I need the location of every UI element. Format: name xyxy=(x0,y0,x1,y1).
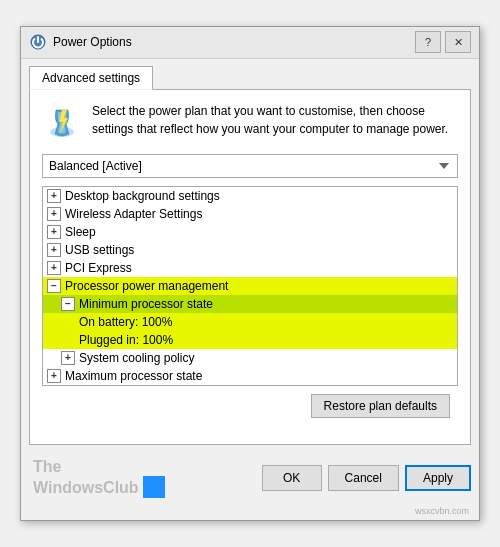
expand-icon-wireless[interactable]: + xyxy=(47,207,61,221)
help-button[interactable]: ? xyxy=(415,31,441,53)
tree-item-cooling[interactable]: + System cooling policy xyxy=(43,349,457,367)
tree-label-min-proc: Minimum processor state xyxy=(79,297,213,311)
description-text: Select the power plan that you want to c… xyxy=(92,102,458,138)
footer: The WindowsClub OK Cancel Apply xyxy=(21,453,479,506)
cancel-button[interactable]: Cancel xyxy=(328,465,399,491)
tree-item-pci[interactable]: + PCI Express xyxy=(43,259,457,277)
tree-item-usb[interactable]: + USB settings xyxy=(43,241,457,259)
expand-icon-min-proc[interactable]: − xyxy=(61,297,75,311)
tree-item-max-proc[interactable]: + Maximum processor state xyxy=(43,367,457,385)
restore-row: Restore plan defaults xyxy=(42,394,458,432)
title-bar: Power Options ? ✕ xyxy=(21,27,479,59)
tree-label-processor: Processor power management xyxy=(65,279,228,293)
tree-label-usb: USB settings xyxy=(65,243,134,257)
window-title: Power Options xyxy=(53,35,415,49)
tree-label-on-battery: On battery: 100% xyxy=(79,315,172,329)
wsxcvbn-watermark: wsxcvbn.com xyxy=(21,506,479,520)
tab-advanced-settings[interactable]: Advanced settings xyxy=(29,66,153,90)
expand-icon-pci[interactable]: + xyxy=(47,261,61,275)
expand-icon-max-proc[interactable]: + xyxy=(47,369,61,383)
description-area: Select the power plan that you want to c… xyxy=(42,102,458,142)
tree-item-desktop[interactable]: + Desktop background settings xyxy=(43,187,457,205)
title-bar-controls: ? ✕ xyxy=(415,31,471,53)
power-plan-icon xyxy=(42,102,82,142)
tree-label-max-proc: Maximum processor state xyxy=(65,369,202,383)
windowsclub-logo xyxy=(143,476,165,498)
restore-plan-defaults-button[interactable]: Restore plan defaults xyxy=(311,394,450,418)
tab-bar: Advanced settings xyxy=(21,59,479,89)
tree-item-processor[interactable]: − Processor power management xyxy=(43,277,457,295)
watermark-line1: The xyxy=(33,457,165,476)
tree-item-min-proc[interactable]: − Minimum processor state xyxy=(43,295,457,313)
watermark-line2: WindowsClub xyxy=(33,476,165,498)
dialog-content: Select the power plan that you want to c… xyxy=(29,89,471,445)
tree-item-sleep[interactable]: + Sleep xyxy=(43,223,457,241)
expand-icon-processor[interactable]: − xyxy=(47,279,61,293)
tree-item-plugged-in[interactable]: Plugged in: 100% xyxy=(43,331,457,349)
watermark: The WindowsClub xyxy=(33,457,165,498)
dialog-buttons: OK Cancel Apply xyxy=(262,465,471,491)
power-options-window: Power Options ? ✕ Advanced settings Sele… xyxy=(20,26,480,521)
plan-dropdown-container: Balanced [Active] xyxy=(42,154,458,178)
expand-icon-desktop[interactable]: + xyxy=(47,189,61,203)
apply-button[interactable]: Apply xyxy=(405,465,471,491)
settings-tree[interactable]: + Desktop background settings + Wireless… xyxy=(42,186,458,386)
expand-icon-sleep[interactable]: + xyxy=(47,225,61,239)
tree-list: + Desktop background settings + Wireless… xyxy=(43,187,457,385)
tree-label-sleep: Sleep xyxy=(65,225,96,239)
expand-icon-usb[interactable]: + xyxy=(47,243,61,257)
tree-label-cooling: System cooling policy xyxy=(79,351,194,365)
power-plan-dropdown[interactable]: Balanced [Active] xyxy=(42,154,458,178)
expand-icon-cooling[interactable]: + xyxy=(61,351,75,365)
tree-label-plugged-in: Plugged in: 100% xyxy=(79,333,173,347)
tree-label-pci: PCI Express xyxy=(65,261,132,275)
close-button[interactable]: ✕ xyxy=(445,31,471,53)
tree-label-desktop: Desktop background settings xyxy=(65,189,220,203)
tree-item-wireless[interactable]: + Wireless Adapter Settings xyxy=(43,205,457,223)
tree-label-wireless: Wireless Adapter Settings xyxy=(65,207,202,221)
power-options-icon xyxy=(29,33,47,51)
watermark-text: The WindowsClub xyxy=(33,457,165,498)
tree-item-on-battery[interactable]: On battery: 100% xyxy=(43,313,457,331)
ok-button[interactable]: OK xyxy=(262,465,322,491)
